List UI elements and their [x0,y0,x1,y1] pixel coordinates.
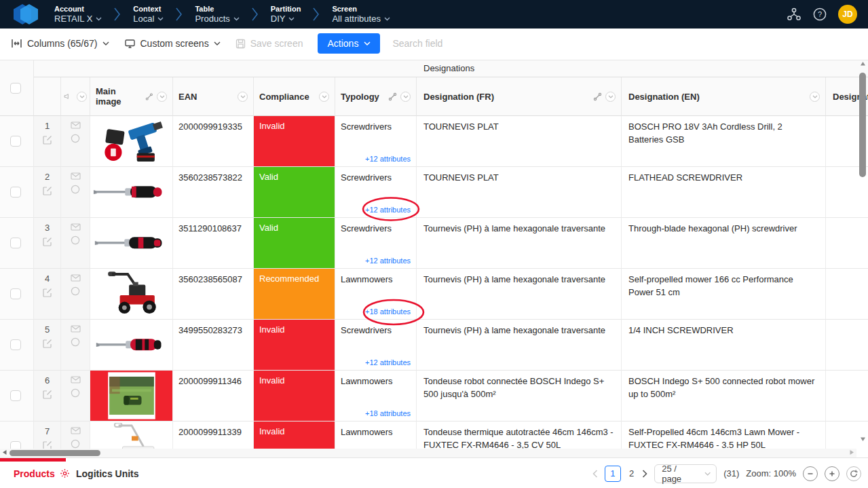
page-1-button[interactable]: 1 [605,466,621,482]
header-designation-en[interactable]: Designation (EN) [622,77,826,116]
ean-cell[interactable]: 2000099911339 [173,421,254,449]
mail-icon[interactable] [71,274,81,282]
select-all-checkbox[interactable] [10,83,21,94]
zoom-in-button[interactable] [825,466,839,481]
compliance-cell[interactable]: Invalid [254,116,335,167]
row-checkbox[interactable] [10,441,21,449]
chevron-down-circle-icon[interactable] [810,92,820,102]
header-ean[interactable]: EAN [173,77,254,116]
designation-fr-cell[interactable]: Tondeuse robot connectée BOSCH Indego S+… [417,371,622,421]
ean-cell[interactable]: 2000099911346 [173,371,254,421]
compliance-cell[interactable]: Valid [254,218,335,269]
status-circle-icon[interactable] [71,439,80,449]
previous-page-icon[interactable] [592,470,598,478]
next-page-icon[interactable] [642,470,647,478]
typology-cell[interactable]: Screwdrivers +12 attributes [335,320,417,371]
scroll-left-arrow[interactable] [2,449,7,457]
page-size-select[interactable]: 25 / page [654,464,717,483]
breadcrumb-partition[interactable]: Partition DIY [271,5,301,24]
designation-en-cell[interactable]: BOSCH Indego S+ 500 connected robot mowe… [622,371,826,421]
ean-cell[interactable]: 3499550283273 [173,320,254,371]
row-checkbox[interactable] [10,339,21,350]
more-attributes-link[interactable]: +18 attributes [365,307,411,316]
more-attributes-link[interactable]: +12 attributes [365,206,411,214]
designation-en-cell[interactable]: BOSCH PRO 18V 3Ah Cordless Drill, 2 Batt… [622,116,826,167]
mail-icon[interactable] [71,172,81,180]
edit-square-icon[interactable] [43,440,52,449]
typology-cell[interactable]: Screwdrivers +12 attributes [335,167,417,218]
row-checkbox[interactable] [10,136,21,147]
search-field-input[interactable] [392,38,480,49]
more-attributes-link[interactable]: +12 attributes [365,257,411,265]
main-image-cell[interactable] [90,116,173,167]
chevron-down-circle-icon[interactable] [238,92,248,102]
chevron-down-circle-icon[interactable] [400,92,411,102]
mail-icon[interactable] [71,427,81,434]
more-attributes-link[interactable]: +12 attributes [365,358,411,367]
edit-square-icon[interactable] [43,186,52,195]
typology-cell[interactable]: Lawnmowers +18 attributes [335,269,417,320]
workflow-icon[interactable] [787,7,801,22]
tab-logistics-units[interactable]: Logitics Units [76,458,139,488]
edit-square-icon[interactable] [43,390,52,399]
main-image-cell[interactable] [90,218,173,269]
status-circle-icon[interactable] [71,337,80,347]
compliance-cell[interactable]: Invalid [254,371,335,421]
mail-icon[interactable] [71,121,81,129]
ean-cell[interactable]: 3560238573822 [173,167,254,218]
status-circle-icon[interactable] [71,388,80,398]
designation-fr-cell[interactable]: Tournevis (PH) à lame hexagonale travers… [417,218,622,269]
horizontal-scrollbar-thumb[interactable] [10,450,100,456]
status-circle-icon[interactable] [71,185,80,194]
typology-cell[interactable]: Lawnmowers +18 attributes [335,371,417,421]
edit-square-icon[interactable] [43,288,52,297]
status-circle-icon[interactable] [71,134,80,143]
save-screen-button[interactable]: Save screen [235,38,303,49]
main-image-cell[interactable] [90,269,173,320]
status-circle-icon[interactable] [71,286,80,296]
custom-screens-button[interactable]: Custom screens [124,38,221,49]
compliance-cell[interactable]: Invalid [254,320,335,371]
chevron-down-circle-icon[interactable] [157,92,167,102]
help-icon[interactable]: ? [812,7,827,22]
edit-square-icon[interactable] [43,135,52,145]
columns-menu-button[interactable]: Columns (65/67) [11,38,109,49]
more-attributes-link[interactable]: +12 attributes [365,155,411,163]
breadcrumb-context[interactable]: Context Local [133,5,164,24]
typology-cell[interactable]: Lawnmowers [335,421,417,449]
header-typology[interactable]: Typology [335,77,417,116]
tab-products[interactable]: Products [14,458,70,488]
app-logo[interactable] [14,4,39,24]
vertical-scrollbar-thumb[interactable] [859,73,866,177]
main-image-cell[interactable] [90,421,173,449]
scroll-down-arrow[interactable] [860,436,866,443]
main-image-cell[interactable] [90,371,173,421]
designation-fr-cell[interactable]: Tournevis (PH) à lame hexagonale travers… [417,269,622,320]
row-checkbox[interactable] [10,238,21,248]
compliance-cell[interactable]: Recommended [254,269,335,320]
typology-cell[interactable]: Screwdrivers +12 attributes [335,116,417,167]
row-checkbox[interactable] [10,288,21,299]
chevron-down-circle-icon[interactable] [77,92,87,102]
edit-square-icon[interactable] [43,237,52,246]
status-circle-icon[interactable] [71,236,80,245]
megaphone-icon[interactable] [64,92,70,101]
ean-cell[interactable]: 2000099919335 [173,116,254,167]
designation-fr-cell[interactable]: TOURNEVIS PLAT [417,167,622,218]
main-image-cell[interactable] [90,320,173,371]
designation-fr-cell[interactable]: TOURNEVIS PLAT [417,116,622,167]
header-main-image[interactable]: Main image [90,77,173,116]
mail-icon[interactable] [71,223,81,231]
breadcrumb-screen[interactable]: Screen All attributes [332,5,390,24]
scroll-right-arrow[interactable] [849,449,854,457]
breadcrumb-account[interactable]: Account RETAIL X [54,5,102,24]
main-image-cell[interactable] [90,167,173,218]
compliance-cell[interactable]: Invalid [254,421,335,449]
designation-en-cell[interactable]: Through-blade hexagonal (PH) screwdriver [622,218,826,269]
compliance-cell[interactable]: Valid [254,167,335,218]
ean-cell[interactable]: 3511290108637 [173,218,254,269]
row-checkbox[interactable] [10,390,21,401]
mail-icon[interactable] [71,376,81,383]
user-avatar[interactable]: JD [838,5,857,24]
gear-icon[interactable] [60,468,70,478]
